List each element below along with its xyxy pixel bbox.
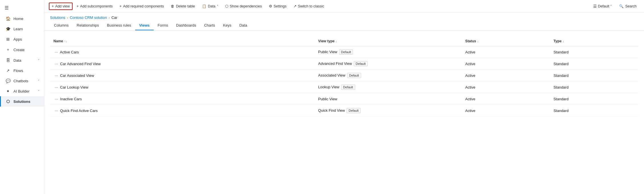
row-menu[interactable]: ···	[53, 73, 59, 78]
sidebar-item-label: Solutions	[13, 99, 30, 104]
tab-forms[interactable]: Forms	[154, 21, 172, 30]
sidebar-item-chatbots[interactable]: 💬 Chatbots ˅	[0, 76, 44, 86]
row-menu[interactable]: ···	[53, 84, 59, 90]
tab-keys[interactable]: Keys	[219, 21, 235, 30]
breadcrumb: Solutions › Contoso CRM solution › Car	[44, 13, 644, 21]
sort-icon: ↓	[563, 40, 564, 43]
row-menu[interactable]: ···	[53, 96, 59, 102]
add-view-button[interactable]: + Add view	[49, 3, 73, 10]
settings-label: Settings	[274, 4, 287, 8]
apps-icon: ⊞	[5, 37, 11, 41]
cell-status: Active	[462, 81, 550, 93]
cell-status: Active	[462, 93, 550, 105]
cell-type: Standard	[550, 93, 638, 105]
cell-status: Active	[462, 70, 550, 81]
default-badge: Default	[347, 73, 361, 78]
flows-icon: ↗	[5, 68, 11, 73]
table-row[interactable]: ··· Active Cars Public ViewDefault Activ…	[50, 46, 638, 58]
sidebar-item-data[interactable]: 🗄 Data ˅	[0, 55, 44, 65]
default-label: Default	[598, 4, 609, 8]
sidebar-item-solutions[interactable]: ⬡ Solutions	[0, 96, 44, 107]
data-button[interactable]: 📋 Data ˅	[199, 2, 221, 10]
sidebar-item-ai-builder[interactable]: ✦ AI Builder ˅	[0, 86, 44, 96]
tab-dashboards[interactable]: Dashboards	[172, 21, 200, 30]
plus-icon: +	[77, 4, 79, 8]
list-icon: ☰	[593, 4, 597, 9]
table-row[interactable]: ··· Car Advanced Find View Advanced Find…	[50, 58, 638, 70]
col-header-type[interactable]: Type ↓	[550, 36, 638, 46]
data-icon: 📋	[202, 4, 207, 8]
default-badge: Default	[354, 61, 368, 66]
sidebar-item-apps[interactable]: ⊞ Apps	[0, 34, 44, 44]
col-header-status[interactable]: Status ↓	[462, 36, 550, 46]
chevron-down-icon: ˅	[610, 5, 612, 8]
cell-view-type: Advanced Find ViewDefault	[315, 58, 462, 70]
cell-view-type: Public View	[315, 93, 462, 105]
breadcrumb-solutions[interactable]: Solutions	[50, 15, 65, 20]
sidebar-item-label: Home	[13, 17, 23, 21]
switch-classic-button[interactable]: ↗ Switch to classic	[291, 2, 327, 10]
table-row[interactable]: ··· Car Associated View Associated ViewD…	[50, 70, 638, 81]
cell-view-type: Associated ViewDefault	[315, 70, 462, 81]
sidebar-item-home[interactable]: 🏠 Home	[0, 13, 44, 24]
search-button[interactable]: 🔍 Search	[616, 3, 639, 9]
table-row[interactable]: ··· Quick Find Active Cars Quick Find Vi…	[50, 105, 638, 117]
toolbar: + Add view + Add subcomponents + Add req…	[44, 0, 644, 13]
hamburger-menu[interactable]: ☰	[0, 2, 44, 13]
sort-icon: ↓	[335, 40, 337, 43]
breadcrumb-separator: ›	[67, 16, 68, 19]
add-view-label: Add view	[55, 4, 70, 8]
cell-type: Standard	[550, 70, 638, 81]
add-required-components-button[interactable]: + Add required components	[117, 3, 167, 10]
cell-name: ··· Inactive Cars	[50, 93, 315, 105]
sort-icon: ↓	[477, 40, 479, 43]
sidebar-item-flows[interactable]: ↗ Flows	[0, 65, 44, 76]
sidebar-item-learn[interactable]: 🎓 Learn	[0, 24, 44, 34]
row-menu[interactable]: ···	[53, 108, 59, 113]
default-dropdown-button[interactable]: ☰ Default ˅	[591, 3, 614, 10]
cell-type: Standard	[550, 46, 638, 58]
tab-relationships[interactable]: Relationships	[73, 21, 103, 30]
settings-button[interactable]: ⚙ Settings	[266, 2, 289, 10]
cell-view-type: Quick Find ViewDefault	[315, 105, 462, 117]
switch-classic-label: Switch to classic	[298, 4, 324, 8]
cell-status: Active	[462, 105, 550, 117]
sidebar-item-label: Apps	[13, 37, 22, 41]
sidebar-item-create[interactable]: ＋ Create	[0, 44, 44, 55]
cell-status: Active	[462, 58, 550, 70]
col-header-view-type[interactable]: View type ↓	[315, 36, 462, 46]
row-menu[interactable]: ···	[53, 49, 59, 55]
sidebar-item-label: Data	[13, 58, 21, 63]
data-label: Data	[208, 4, 215, 8]
learn-icon: 🎓	[5, 27, 11, 31]
sidebar-item-label: Chatbots	[13, 79, 28, 83]
cell-view-type: Public ViewDefault	[315, 46, 462, 58]
breadcrumb-car: Car	[111, 15, 117, 20]
tab-business-rules[interactable]: Business rules	[103, 21, 135, 30]
cell-type: Standard	[550, 58, 638, 70]
tab-data[interactable]: Data	[235, 21, 251, 30]
sidebar-item-label: AI Builder	[13, 89, 29, 93]
table-row[interactable]: ··· Car Lookup View Lookup ViewDefault A…	[50, 81, 638, 93]
tab-views[interactable]: Views	[135, 21, 154, 30]
show-dependencies-button[interactable]: ⬡ Show dependencies	[222, 2, 265, 10]
cell-name: ··· Car Advanced Find View	[50, 58, 315, 70]
content-area: Name ↑↓ View type ↓ Status ↓ Type ↓	[44, 31, 644, 194]
search-icon: 🔍	[619, 4, 624, 8]
default-badge: Default	[347, 108, 361, 113]
row-menu[interactable]: ···	[53, 61, 59, 67]
show-dependencies-label: Show dependencies	[230, 4, 262, 8]
sort-asc-icon: ↑↓	[64, 40, 67, 43]
breadcrumb-contoso-crm[interactable]: Contoso CRM solution	[70, 15, 107, 20]
tab-charts[interactable]: Charts	[200, 21, 219, 30]
cell-name: ··· Car Associated View	[50, 70, 315, 81]
tab-columns[interactable]: Columns	[50, 21, 73, 30]
table-row[interactable]: ··· Inactive Cars Public View Active Sta…	[50, 93, 638, 105]
add-subcomponents-button[interactable]: + Add subcomponents	[74, 3, 115, 10]
views-table: Name ↑↓ View type ↓ Status ↓ Type ↓	[50, 36, 638, 117]
add-subcomponents-label: Add subcomponents	[80, 4, 113, 8]
col-header-name[interactable]: Name ↑↓	[50, 36, 315, 46]
add-required-components-label: Add required components	[123, 4, 164, 8]
cell-name: ··· Car Lookup View	[50, 81, 315, 93]
delete-table-button[interactable]: 🗑 Delete table	[168, 3, 198, 10]
